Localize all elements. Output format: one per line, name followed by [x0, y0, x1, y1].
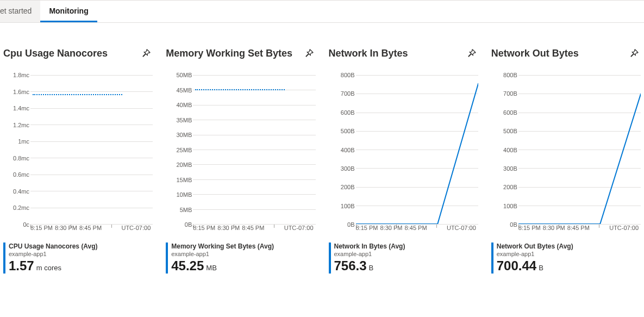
- chart-card: Memory Working Set Bytes50MB45MB40MB35MB…: [166, 47, 315, 274]
- x-tick-label: 8:30 PM: [217, 225, 240, 231]
- chart-area[interactable]: 1.8mc1.6mc1.4mc1.2mc1mc0.8mc0.6mc0.4mc0.…: [3, 75, 153, 238]
- timezone-label: UTC-07:00: [609, 225, 639, 231]
- pin-icon[interactable]: [303, 47, 316, 60]
- legend-value: 700.44B: [497, 258, 641, 274]
- x-tick-label: 8:30 PM: [55, 225, 77, 231]
- x-tick-label: 8:30 PM: [543, 225, 565, 231]
- legend-subtitle: example-app1: [497, 251, 641, 257]
- chart-title: Network Out Bytes: [491, 48, 579, 59]
- pin-icon[interactable]: [140, 47, 153, 60]
- chart-area[interactable]: 800B700B600B500B400B300B200B100B0B8:15 P…: [329, 75, 478, 238]
- x-axis: 8:15 PM8:30 PM8:45 PMUTC-07:00: [30, 225, 153, 238]
- x-tick-label: 8:45 PM: [242, 225, 264, 231]
- legend-subtitle: example-app1: [9, 251, 153, 257]
- y-axis: 1.8mc1.6mc1.4mc1.2mc1mc0.8mc0.6mc0.4mc0.…: [3, 75, 29, 225]
- tab-get-started[interactable]: et started: [0, 1, 40, 22]
- legend-value: 1.57m cores: [9, 258, 153, 274]
- y-axis: 800B700B600B500B400B300B200B100B0B: [329, 75, 355, 225]
- chart-title: Cpu Usage Nanocores: [3, 48, 108, 59]
- chart-card: Cpu Usage Nanocores1.8mc1.6mc1.4mc1.2mc1…: [3, 47, 153, 274]
- x-tick-label: 8:15 PM: [518, 225, 541, 231]
- chart-card: Network Out Bytes800B700B600B500B400B300…: [491, 47, 641, 274]
- tab-monitoring[interactable]: Monitoring: [40, 1, 97, 22]
- tab-bar: et started Monitoring: [0, 0, 644, 23]
- plot: [193, 75, 315, 225]
- pin-icon[interactable]: [628, 47, 641, 60]
- timezone-label: UTC-07:00: [284, 225, 314, 231]
- x-tick-label: 8:45 PM: [79, 225, 102, 231]
- x-axis: 8:15 PM8:30 PM8:45 PMUTC-07:00: [356, 225, 478, 238]
- x-axis: 8:15 PM8:30 PM8:45 PMUTC-07:00: [518, 225, 641, 238]
- chart-title: Memory Working Set Bytes: [166, 48, 292, 59]
- dashboard: Cpu Usage Nanocores1.8mc1.6mc1.4mc1.2mc1…: [0, 23, 644, 287]
- chart-card: Network In Bytes800B700B600B500B400B300B…: [329, 47, 478, 274]
- x-axis: 8:15 PM8:30 PM8:45 PMUTC-07:00: [193, 225, 315, 238]
- plot: [518, 75, 641, 225]
- series-line: [518, 75, 641, 224]
- pin-icon[interactable]: [465, 47, 478, 60]
- series-line: [33, 94, 122, 95]
- timezone-label: UTC-07:00: [121, 225, 151, 231]
- series-line: [195, 89, 285, 90]
- legend-title: CPU Usage Nanocores (Avg): [9, 243, 153, 250]
- legend: Memory Working Set Bytes (Avg)example-ap…: [166, 243, 315, 274]
- legend: Network In Bytes (Avg)example-app1756.3B: [329, 243, 478, 274]
- plot: [30, 75, 153, 225]
- chart-area[interactable]: 50MB45MB40MB35MB30MB25MB20MB15MB10MB5MB0…: [166, 75, 315, 238]
- series-line: [356, 75, 478, 224]
- y-axis: 800B700B600B500B400B300B200B100B0B: [491, 75, 517, 225]
- legend: Network Out Bytes (Avg)example-app1700.4…: [491, 243, 641, 274]
- timezone-label: UTC-07:00: [447, 225, 476, 231]
- x-tick-label: 8:15 PM: [356, 225, 378, 231]
- chart-title: Network In Bytes: [329, 48, 408, 59]
- legend-subtitle: example-app1: [171, 251, 315, 257]
- legend-subtitle: example-app1: [334, 251, 478, 257]
- plot: [356, 75, 478, 225]
- legend-value: 756.3B: [334, 258, 478, 274]
- x-tick-label: 8:15 PM: [30, 225, 53, 231]
- x-tick-label: 8:45 PM: [567, 225, 590, 231]
- legend-title: Network In Bytes (Avg): [334, 243, 478, 250]
- legend-value: 45.25MB: [171, 258, 315, 274]
- y-axis: 50MB45MB40MB35MB30MB25MB20MB15MB10MB5MB0…: [166, 75, 192, 225]
- x-tick-label: 8:30 PM: [380, 225, 403, 231]
- legend-title: Memory Working Set Bytes (Avg): [171, 243, 315, 250]
- x-tick-label: 8:45 PM: [405, 225, 427, 231]
- x-tick-label: 8:15 PM: [193, 225, 215, 231]
- legend: CPU Usage Nanocores (Avg)example-app11.5…: [3, 243, 153, 274]
- chart-area[interactable]: 800B700B600B500B400B300B200B100B0B8:15 P…: [491, 75, 641, 238]
- legend-title: Network Out Bytes (Avg): [497, 243, 641, 250]
